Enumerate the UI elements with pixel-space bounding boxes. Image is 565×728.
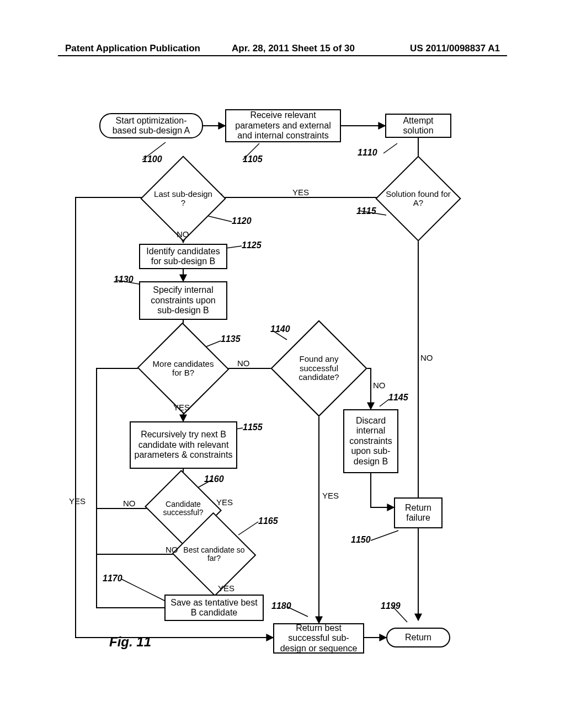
decision-solution-found: Solution found for A? xyxy=(388,168,449,229)
edge-no-1165: NO xyxy=(166,545,178,554)
edge-no-1160: NO xyxy=(123,499,136,508)
header-left: Patent Application Publication xyxy=(65,43,200,54)
ref-1145: 1145 xyxy=(388,393,408,403)
label-1170: Save as tentative best B candidate xyxy=(169,598,259,618)
label-1115: Solution found for A? xyxy=(386,190,451,208)
label-1120: Last sub-design ? xyxy=(151,190,216,208)
label-1130: Specify internal constraints upon sub-de… xyxy=(143,285,223,315)
label-1110: Attempt solution xyxy=(390,116,447,136)
ref-1180: 1180 xyxy=(271,601,291,611)
label-1100: Start optimization-based sub-design A xyxy=(104,116,199,136)
edge-yes-1135: YES xyxy=(173,403,190,412)
figure-label: Fig. 11 xyxy=(109,634,151,650)
label-1199: Return xyxy=(405,633,431,643)
label-1150: Return failure xyxy=(398,503,438,523)
edge-yes-loop: YES xyxy=(69,496,86,506)
flowchart-canvas: Start optimization-based sub-design A Re… xyxy=(0,83,565,717)
decision-more-candidates: More candidates for B? xyxy=(150,336,216,400)
label-1135: More candidates for B? xyxy=(148,360,218,378)
edge-yes-1160: YES xyxy=(216,497,233,507)
decision-last-subdesign: Last sub-design ? xyxy=(153,168,214,229)
ref-1120: 1120 xyxy=(232,216,252,226)
decision-best-so-far: Best candidate so far? xyxy=(184,525,244,584)
label-1125: Identify candidates for sub-design B xyxy=(143,247,223,267)
ref-1170: 1170 xyxy=(103,574,122,584)
label-1105: Receive relevant parameters and external… xyxy=(230,110,337,141)
ref-1115: 1115 xyxy=(356,206,376,216)
edge-no-1135: NO xyxy=(237,358,250,368)
ref-1130: 1130 xyxy=(114,275,134,285)
process-recursive-try: Recursively try next B candidate with re… xyxy=(130,421,237,469)
edge-no-1115: NO xyxy=(420,353,433,362)
label-1155: Recursively try next B candidate with re… xyxy=(134,430,233,460)
header-right: US 2011/0098837 A1 xyxy=(410,43,500,54)
header-mid: Apr. 28, 2011 Sheet 15 of 30 xyxy=(232,43,355,54)
ref-1199: 1199 xyxy=(381,601,401,611)
process-identify-candidates: Identify candidates for sub-design B xyxy=(139,244,227,269)
label-1140: Found any successful candidate? xyxy=(282,355,355,382)
terminator-return: Return xyxy=(386,628,450,647)
ref-1125: 1125 xyxy=(242,240,262,250)
ref-1135: 1135 xyxy=(221,334,241,344)
process-attempt-solution: Attempt solution xyxy=(385,114,451,138)
decision-found-successful: Found any successful candidate? xyxy=(285,334,353,403)
ref-1150: 1150 xyxy=(351,535,371,545)
process-specify-constraints: Specify internal constraints upon sub-de… xyxy=(139,281,227,320)
process-save-tentative: Save as tentative best B candidate xyxy=(164,595,264,621)
ref-1100: 1100 xyxy=(142,154,162,164)
label-1165: Best candidate so far? xyxy=(182,546,247,563)
ref-1165: 1165 xyxy=(258,516,278,526)
terminator-start: Start optimization-based sub-design A xyxy=(99,113,203,138)
label-1180: Return best successful sub-design or seq… xyxy=(278,623,360,654)
label-1145: Discard internal constraints upon sub-de… xyxy=(348,416,394,467)
header-rule xyxy=(58,55,507,56)
label-1160: Candidate successful? xyxy=(152,500,214,517)
ref-1155: 1155 xyxy=(243,422,263,432)
process-return-failure: Return failure xyxy=(394,497,443,528)
ref-1110: 1110 xyxy=(358,148,377,158)
edge-no-1140: NO xyxy=(373,381,386,390)
edge-yes-1140: YES xyxy=(322,491,339,500)
process-receive-params: Receive relevant parameters and external… xyxy=(225,109,341,142)
process-discard-constraints: Discard internal constraints upon sub-de… xyxy=(343,409,398,473)
process-return-best: Return best successful sub-design or seq… xyxy=(273,623,364,654)
ref-1105: 1105 xyxy=(243,154,263,164)
edge-yes-1115: YES xyxy=(292,188,309,197)
